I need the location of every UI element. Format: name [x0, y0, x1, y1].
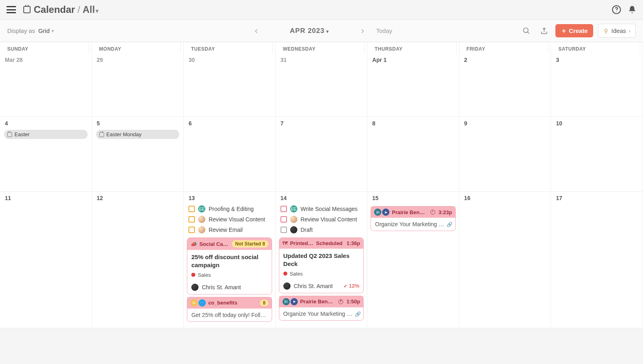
month-label[interactable]: APR 2023▾: [290, 27, 329, 35]
day-cell[interactable]: WEDNESDAY 31: [276, 42, 368, 117]
task-item[interactable]: Review Email: [186, 225, 273, 235]
task-label: Review Email: [209, 227, 243, 233]
day-cell[interactable]: 14 EEWrite Social Messages Review Visual…: [276, 192, 368, 328]
day-cell[interactable]: 7: [276, 117, 368, 192]
task-label: Write Social Messages: [301, 206, 358, 212]
tag-label: Sales: [198, 272, 211, 278]
calendar-icon: [99, 132, 104, 137]
count-badge: 8: [260, 300, 268, 306]
task-label: Review Visual Content: [209, 216, 265, 223]
task-label: Draft: [301, 227, 313, 233]
social-card[interactable]: in ➤ Prairie Ben… 1:50p Organize Your Ma…: [279, 296, 364, 321]
breadcrumb-sub[interactable]: All: [82, 4, 95, 15]
task-item[interactable]: Draft: [278, 225, 365, 235]
day-cell[interactable]: THURSDAY Apr 1: [367, 42, 459, 117]
task-item[interactable]: Review Visual Content: [278, 214, 365, 225]
day-header: TUESDAY: [186, 42, 273, 53]
day-header: SATURDAY: [553, 42, 640, 53]
prev-month-button[interactable]: ‹: [251, 24, 262, 38]
menu-icon[interactable]: [6, 6, 16, 13]
caret-down-icon: ▾: [326, 29, 329, 34]
search-icon[interactable]: [520, 25, 533, 37]
chevron-right-icon: ›: [629, 27, 631, 34]
checkbox[interactable]: [281, 227, 287, 233]
avatar: [290, 216, 297, 223]
day-cell[interactable]: 13 EEProofing & Editing Review Visual Co…: [184, 192, 276, 328]
day-cell[interactable]: 6: [184, 117, 276, 192]
day-cell[interactable]: 8: [367, 117, 459, 192]
send-icon: ➤: [291, 298, 298, 305]
day-header: MONDAY: [94, 42, 181, 53]
clock-icon: [338, 299, 343, 304]
task-item[interactable]: Review Visual Content: [186, 214, 273, 225]
calendar-icon: [23, 6, 31, 13]
share-icon[interactable]: [538, 25, 551, 37]
create-button[interactable]: Create: [555, 24, 594, 37]
display-as-label: Display as: [7, 27, 35, 34]
social-handle: co_benefits: [208, 300, 258, 306]
avatar: [191, 284, 199, 291]
day-cell[interactable]: 10: [551, 117, 643, 192]
checkbox[interactable]: [188, 216, 195, 223]
social-card[interactable]: in 🐦 co_benefits 8 Get 25% off today onl…: [187, 297, 272, 322]
day-cell[interactable]: 11: [0, 192, 92, 328]
day-cell[interactable]: MONDAY 29: [92, 42, 184, 117]
day-number: 17: [553, 192, 640, 204]
day-cell[interactable]: TUESDAY 30: [184, 42, 276, 117]
avatar: [290, 226, 297, 233]
day-number: 14: [278, 192, 365, 204]
next-month-button[interactable]: ›: [357, 24, 368, 38]
checkbox[interactable]: [188, 227, 195, 233]
display-as-value[interactable]: Grid: [38, 27, 49, 34]
chevron-down-icon[interactable]: ▾: [96, 8, 98, 14]
day-number: 13: [186, 192, 273, 204]
task-item[interactable]: EEWrite Social Messages: [278, 204, 365, 214]
social-card[interactable]: in ➤ Prairie Ben… 3:23p Organize Your Ma…: [371, 206, 456, 231]
day-cell[interactable]: 5 Easter Monday: [92, 117, 184, 192]
day-cell[interactable]: 9: [459, 117, 551, 192]
holiday-event[interactable]: Easter Monday: [96, 130, 180, 139]
avatar: [198, 216, 205, 223]
day-number: 2: [462, 53, 549, 65]
day-number: Mar 28: [2, 53, 89, 65]
bell-icon[interactable]: [628, 5, 637, 14]
day-header: WEDNESDAY: [278, 42, 365, 53]
day-number: 9: [462, 117, 549, 129]
tag-dot: [283, 272, 287, 276]
day-cell[interactable]: FRIDAY 2: [459, 42, 551, 117]
day-cell[interactable]: SATURDAY 3: [551, 42, 643, 117]
assignee-name: Chris St. Amant: [294, 283, 333, 289]
status-badge: Not Started 8: [232, 240, 268, 247]
breadcrumb-separator: /: [78, 4, 80, 15]
sub-toolbar: Display as Grid ▾ ‹ APR 2023▾ › Today Cr…: [0, 19, 643, 42]
social-handle: Prairie Ben…: [300, 299, 336, 305]
day-cell[interactable]: SUNDAY Mar 28: [0, 42, 92, 117]
day-cell[interactable]: 4 Easter: [0, 117, 92, 192]
checkbox[interactable]: [188, 206, 195, 212]
today-button[interactable]: Today: [376, 27, 392, 34]
day-number: Apr 1: [370, 53, 457, 65]
day-header: THURSDAY: [370, 42, 457, 53]
tag-dot: [191, 273, 195, 277]
holiday-event[interactable]: Easter: [4, 130, 88, 139]
day-cell[interactable]: 16: [459, 192, 551, 328]
content-card[interactable]: 📣 Social Ca… Not Started 8 25% off disco…: [187, 237, 272, 294]
avatar: [283, 282, 291, 290]
day-cell[interactable]: 17: [551, 192, 643, 328]
checkbox[interactable]: [281, 206, 287, 212]
svg-point-1: [616, 11, 617, 12]
content-card[interactable]: 🗺 Printed… Scheduled 1:36p Updated Q2 20…: [279, 237, 364, 293]
social-body: Organize Your Marketing …: [375, 221, 444, 227]
ideas-button[interactable]: Ideas ›: [598, 24, 636, 38]
help-icon[interactable]: [612, 5, 621, 14]
checkbox[interactable]: [281, 216, 287, 223]
avatar: EE: [290, 205, 297, 213]
progress-indicator: 12%: [344, 283, 359, 289]
day-cell[interactable]: 12: [92, 192, 184, 328]
chevron-down-icon[interactable]: ▾: [51, 28, 54, 34]
card-title: Updated Q2 2023 Sales Deck: [283, 252, 360, 268]
page-title: Calendar/All▾: [34, 4, 98, 15]
task-item[interactable]: EEProofing & Editing: [186, 204, 273, 214]
day-cell[interactable]: 15 in ➤ Prairie Ben… 3:23p Organize Your…: [367, 192, 459, 328]
create-button-label: Create: [569, 27, 588, 34]
